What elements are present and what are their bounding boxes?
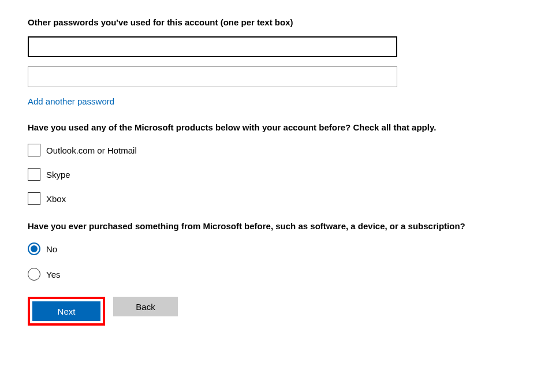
radio-label-yes: Yes bbox=[46, 270, 60, 279]
checkbox-skype[interactable] bbox=[28, 168, 40, 181]
checkbox-row-skype[interactable]: Skype bbox=[28, 168, 524, 181]
password-input-1[interactable] bbox=[28, 36, 397, 57]
radio-label-no: No bbox=[46, 244, 57, 254]
purchase-question: Have you ever purchased something from M… bbox=[28, 221, 524, 231]
add-password-link[interactable]: Add another password bbox=[28, 96, 114, 106]
radio-row-yes[interactable]: Yes bbox=[28, 268, 524, 281]
radio-no[interactable] bbox=[28, 242, 40, 255]
checkbox-outlook[interactable] bbox=[28, 144, 40, 156]
checkbox-label-xbox: Xbox bbox=[46, 194, 66, 204]
products-question: Have you used any of the Microsoft produ… bbox=[28, 122, 524, 132]
back-button[interactable]: Back bbox=[113, 297, 178, 316]
passwords-label: Other passwords you've used for this acc… bbox=[28, 17, 524, 27]
checkbox-label-skype: Skype bbox=[46, 170, 70, 180]
button-row: Next Back bbox=[28, 297, 524, 326]
next-button[interactable]: Next bbox=[32, 301, 100, 321]
radio-row-no[interactable]: No bbox=[28, 242, 524, 255]
checkbox-row-outlook[interactable]: Outlook.com or Hotmail bbox=[28, 144, 524, 156]
radio-yes[interactable] bbox=[28, 268, 40, 281]
checkbox-xbox[interactable] bbox=[28, 192, 40, 205]
checkbox-row-xbox[interactable]: Xbox bbox=[28, 192, 524, 205]
next-button-highlight: Next bbox=[28, 297, 105, 326]
password-input-2[interactable] bbox=[28, 66, 397, 87]
checkbox-label-outlook: Outlook.com or Hotmail bbox=[46, 145, 137, 155]
radio-no-dot bbox=[31, 245, 38, 252]
